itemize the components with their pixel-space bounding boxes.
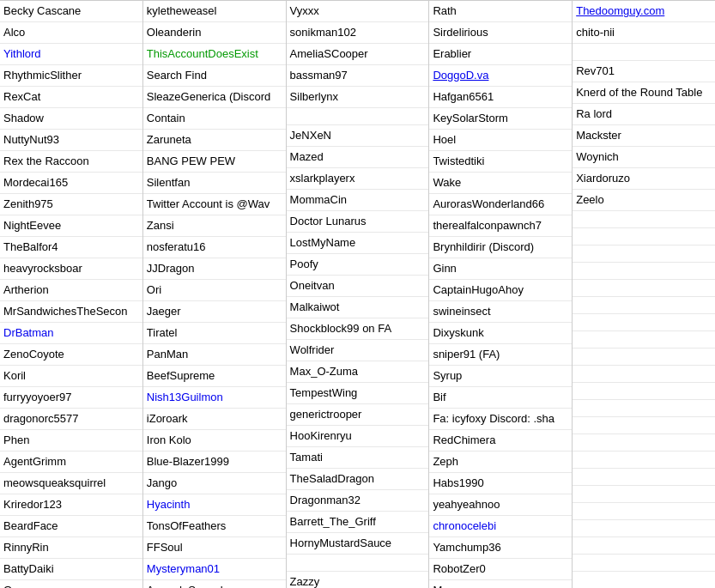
cell-1-28: Ganger <box>0 580 142 588</box>
cell-4-11: therealfalconpawnch7 <box>429 215 572 237</box>
link-doggod.va[interactable]: DoggoD.va <box>433 69 488 82</box>
cell-4-25: chronocelebi <box>429 516 572 537</box>
cell-3-8: Mazed <box>287 147 429 168</box>
cell-3-16: Shockblock99 on FA <box>287 318 429 340</box>
cell-3-11: Doctor Lunarus <box>287 211 429 233</box>
cell-4-14: CaptainHugoAhoy <box>429 280 572 301</box>
cell-1-27: BattyDaiki <box>0 559 142 580</box>
cell-4-20: Fa: icyfoxy Discord: .sha <box>429 409 572 430</box>
cell-5-14 <box>573 263 715 280</box>
cell-2-1: kyletheweasel <box>143 0 286 22</box>
cell-5-5: Knerd of the Round Table <box>573 82 715 104</box>
cell-2-17: PanMan <box>143 344 286 366</box>
cell-4-15: swineinsect <box>429 301 572 323</box>
cell-1-11: NightEevee <box>0 215 142 237</box>
cell-3-1: Vyxxx <box>287 0 429 22</box>
cell-5-28 <box>573 503 715 520</box>
cell-2-27: Mysteryman01 <box>143 559 286 580</box>
cell-4-13: Ginn <box>429 258 572 280</box>
cell-5-23 <box>573 417 715 434</box>
cell-4-10: AurorasWonderland66 <box>429 194 572 215</box>
column-2: kyletheweaselOleanderinThisAccountDoesEx… <box>143 0 287 588</box>
cell-5-12 <box>573 228 715 246</box>
cell-5-20 <box>573 366 715 383</box>
cell-3-19: TempestWing <box>287 383 429 404</box>
cell-3-12: LostMyName <box>287 233 429 254</box>
cell-2-15: Jaeger <box>143 301 286 323</box>
cell-3-28: Zazzy <box>287 572 429 588</box>
cell-5-26 <box>573 469 715 486</box>
cell-5-27 <box>573 486 715 503</box>
cell-2-16: Tiratel <box>143 323 286 344</box>
cell-4-21: RedChimera <box>429 430 572 452</box>
cell-5-6: Ra lord <box>573 104 715 125</box>
cell-1-2: Alco <box>0 22 142 44</box>
cell-1-10: Zenith975 <box>0 194 142 215</box>
cell-1-19: furryyoyoer97 <box>0 387 142 409</box>
cell-3-15: Malkaiwot <box>287 297 429 318</box>
cell-4-7: Hoel <box>429 130 572 151</box>
link-thedoomguy.com[interactable]: Thedoomguy.com <box>576 4 664 17</box>
cell-3-14: Oneitvan <box>287 276 429 297</box>
cell-3-7: JeNXeN <box>287 125 429 147</box>
cell-5-18 <box>573 331 715 349</box>
cell-5-15 <box>573 280 715 297</box>
cell-4-6: KeySolarStorm <box>429 108 572 130</box>
main-grid: Becky CascaneAlcoYithlordRhythmicSlither… <box>0 0 715 588</box>
cell-4-5: Hafgan6561 <box>429 87 572 108</box>
cell-5-10: Zeelo <box>573 190 715 211</box>
cell-2-3: ThisAccountDoesExist <box>143 44 286 65</box>
cell-5-24 <box>573 434 715 452</box>
cell-3-6 <box>287 108 429 125</box>
cell-2-13: JJDragon <box>143 258 286 280</box>
cell-5-9: Xiardoruzo <box>573 168 715 190</box>
cell-2-19: Nish13Guilmon <box>143 387 286 409</box>
cell-5-3 <box>573 44 715 61</box>
cell-1-22: AgentGrimm <box>0 452 142 473</box>
cell-1-12: TheBalfor4 <box>0 237 142 258</box>
column-4: RathSirdeliriousErablierDoggoD.vaHafgan6… <box>429 0 573 588</box>
cell-1-1: Becky Cascane <box>0 0 142 22</box>
cell-4-2: Sirdelirious <box>429 22 572 44</box>
cell-5-29 <box>573 520 715 537</box>
cell-3-10: MommaCin <box>287 190 429 211</box>
cell-2-4: Search Find <box>143 65 286 87</box>
cell-1-8: Rex the Raccoon <box>0 151 142 173</box>
cell-3-3: AmeliaSCooper <box>287 44 429 65</box>
cell-5-2: chito-nii <box>573 22 715 44</box>
cell-1-5: RexCat <box>0 87 142 108</box>
cell-2-22: Blue-Blazer1999 <box>143 452 286 473</box>
cell-3-5: Silberlynx <box>287 87 429 108</box>
cell-2-11: Zansi <box>143 215 286 237</box>
cell-2-7: Zaruneta <box>143 130 286 151</box>
cell-3-21: HooKirenryu <box>287 426 429 447</box>
cell-3-9: xslarkplayerx <box>287 168 429 190</box>
cell-4-8: Twistedtiki <box>429 151 572 173</box>
cell-1-15: MrSandwichesTheSecon <box>0 301 142 323</box>
cell-5-25 <box>573 452 715 469</box>
cell-4-12: Brynhildirir (Discord) <box>429 237 572 258</box>
cell-2-26: FFSoul <box>143 537 286 559</box>
cell-1-3: Yithlord <box>0 44 142 65</box>
cell-3-20: generictrooper <box>287 404 429 426</box>
cell-1-24: Kriredor123 <box>0 494 142 516</box>
cell-3-26: HornyMustardSauce <box>287 533 429 555</box>
cell-5-19 <box>573 349 715 366</box>
cell-1-21: Phen <box>0 430 142 452</box>
cell-3-22: Tamati <box>287 447 429 469</box>
cell-1-25: BeardFace <box>0 516 142 537</box>
cell-2-25: TonsOfFeathers <box>143 516 286 537</box>
cell-2-12: nosferatu16 <box>143 237 286 258</box>
cell-1-13: heavyrocksboar <box>0 258 142 280</box>
cell-1-18: Koril <box>0 366 142 387</box>
cell-1-23: meowsqueaksquirrel <box>0 473 142 494</box>
cell-5-13 <box>573 246 715 263</box>
cell-3-18: Max_O-Zuma <box>287 361 429 383</box>
cell-2-5: SleazeGenerica (Discord <box>143 87 286 108</box>
cell-2-24: Hyacinth <box>143 494 286 516</box>
column-5: Thedoomguy.comchito-niiRev701Knerd of th… <box>573 0 715 588</box>
cell-1-9: Mordecai165 <box>0 173 142 194</box>
cell-5-7: Mackster <box>573 125 715 147</box>
cell-5-32 <box>573 572 715 588</box>
cell-5-16 <box>573 297 715 314</box>
